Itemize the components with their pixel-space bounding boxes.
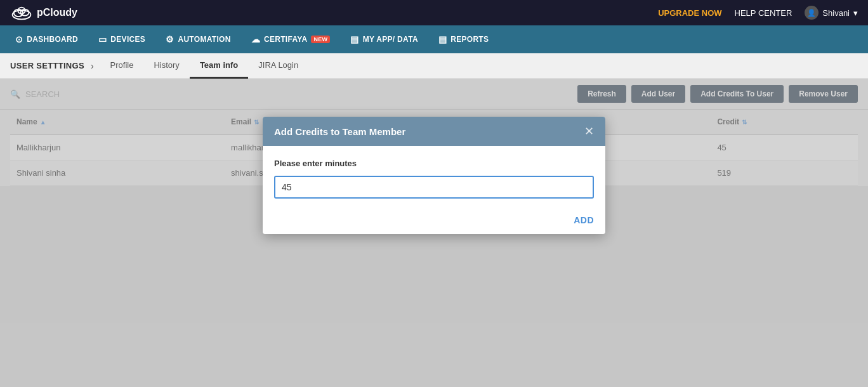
nav-label-dashboard: DASHBOARD (27, 35, 78, 44)
myapp-icon: ▤ (350, 34, 358, 44)
nav-label-reports: REPORTS (450, 35, 489, 44)
settings-tabs: Profile History Team info JIRA Login (100, 53, 309, 79)
tab-history[interactable]: History (143, 53, 189, 79)
nav-label-automation: AUTOMATION (178, 35, 230, 44)
modal-header: Add Credits to Team Member ✕ (263, 117, 605, 146)
nav-item-dashboard[interactable]: ⊙ DASHBOARD (6, 29, 87, 49)
modal-title: Add Credits to Team Member (274, 126, 405, 137)
settings-title: USER SETTTINGS (10, 61, 84, 70)
content-area: 🔍 SEARCH Refresh Add User Add Credits To… (0, 79, 868, 387)
certifaya-icon: ☁ (251, 34, 260, 44)
automation-icon: ⚙ (166, 34, 174, 44)
upgrade-now-link[interactable]: UPGRADE NOW (658, 8, 721, 18)
settings-bar: USER SETTTINGS › Profile History Team in… (0, 53, 868, 79)
nav-item-automation[interactable]: ⚙ AUTOMATION (157, 29, 240, 49)
modal-footer: ADD (263, 209, 605, 234)
new-badge: NEW (311, 36, 330, 43)
nav-item-certifaya[interactable]: ☁ CERTIFAYA NEW (242, 29, 339, 49)
logo-icon (10, 4, 33, 22)
dashboard-icon: ⊙ (15, 34, 23, 44)
add-credits-modal: Add Credits to Team Member ✕ Please ente… (263, 117, 605, 234)
nav-item-reports[interactable]: ▤ REPORTS (430, 29, 497, 49)
modal-close-button[interactable]: ✕ (584, 126, 594, 137)
settings-arrow: › (91, 61, 94, 71)
nav-item-devices[interactable]: ▭ DEVICES (89, 29, 154, 49)
nav-bar: ⊙ DASHBOARD ▭ DEVICES ⚙ AUTOMATION ☁ CER… (0, 25, 868, 53)
modal-label: Please enter minutes (274, 159, 594, 168)
reports-icon: ▤ (438, 34, 447, 44)
avatar: 👤 (805, 6, 819, 20)
tab-teaminfo[interactable]: Team info (190, 53, 248, 79)
tab-jiralogin[interactable]: JIRA Login (248, 53, 308, 79)
tab-profile[interactable]: Profile (100, 53, 144, 79)
top-bar-right: UPGRADE NOW HELP CENTER 👤 Shivani ▾ (658, 6, 858, 20)
nav-item-myapp[interactable]: ▤ MY APP/ DATA (341, 29, 426, 49)
add-button[interactable]: ADD (574, 215, 594, 225)
logo-area: pCloudy (10, 4, 77, 22)
modal-overlay: Add Credits to Team Member ✕ Please ente… (0, 79, 868, 387)
minutes-input[interactable] (274, 176, 594, 199)
nav-label-certifaya: CERTIFAYA (264, 35, 308, 44)
modal-body: Please enter minutes (263, 146, 605, 209)
user-menu[interactable]: 👤 Shivani ▾ (805, 6, 858, 20)
help-center-link[interactable]: HELP CENTER (735, 8, 792, 18)
logo-text: pCloudy (37, 7, 77, 18)
dropdown-icon: ▾ (853, 8, 858, 18)
devices-icon: ▭ (98, 34, 107, 44)
nav-label-myapp: MY APP/ DATA (363, 35, 418, 44)
user-name: Shivani (822, 8, 850, 18)
nav-label-devices: DEVICES (110, 35, 145, 44)
top-bar: pCloudy UPGRADE NOW HELP CENTER 👤 Shivan… (0, 0, 868, 25)
